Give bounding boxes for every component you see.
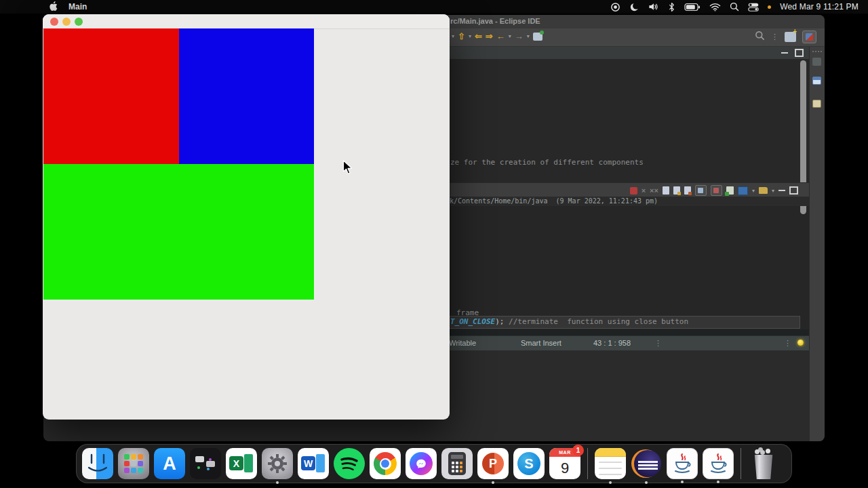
- forward-icon[interactable]: ⇒: [486, 31, 493, 41]
- package-explorer-minimized-icon[interactable]: [812, 77, 821, 85]
- last-edit-location-icon[interactable]: ⇧: [458, 31, 465, 41]
- dock: A X W: [76, 444, 792, 483]
- eclipse-stripes-icon: [638, 461, 658, 463]
- chrome-center-icon: [381, 460, 389, 468]
- record-indicator-icon[interactable]: [610, 2, 620, 12]
- control-center-icon[interactable]: [748, 3, 759, 12]
- dock-launchpad[interactable]: [118, 448, 149, 479]
- remove-launch-icon[interactable]: ×: [642, 187, 646, 195]
- console-dropdown-icon[interactable]: ▾: [752, 188, 755, 194]
- console-minimize-icon[interactable]: [778, 190, 785, 191]
- dock-java-app-1[interactable]: [667, 448, 698, 479]
- notification-lightbulb-icon[interactable]: [797, 340, 804, 346]
- dock-calculator[interactable]: [441, 448, 473, 479]
- code-close-line: T_ON_CLOSE); //terminate function using …: [450, 317, 688, 326]
- menu-clock[interactable]: Wed Mar 9 11:21 PM: [780, 2, 859, 12]
- mission-control-dots-icon: [197, 466, 200, 469]
- toolbar-overflow-icon[interactable]: ⋮: [771, 33, 778, 41]
- console-dropdown-icon[interactable]: ▾: [772, 188, 774, 194]
- dock-eclipse[interactable]: [631, 448, 662, 479]
- back-icon[interactable]: ⇐: [475, 31, 482, 41]
- chrome-color-ring-icon: [374, 452, 397, 475]
- next-annotation-icon[interactable]: →: [515, 31, 524, 41]
- close-button[interactable]: [50, 18, 58, 26]
- dock-powerpoint[interactable]: P: [477, 448, 509, 479]
- volume-icon[interactable]: [648, 2, 659, 12]
- bluetooth-icon[interactable]: [668, 2, 675, 12]
- eclipse-sphere-icon: [634, 450, 661, 477]
- java-window-titlebar[interactable]: [43, 14, 450, 29]
- calculator-body-icon: [448, 452, 466, 475]
- skype-s-glyph: S: [517, 452, 540, 475]
- outline-minimized-icon[interactable]: [812, 100, 821, 108]
- messenger-bolt-icon: [415, 458, 427, 470]
- active-app-menu[interactable]: Main: [68, 2, 87, 12]
- apple-menu-icon[interactable]: [49, 1, 58, 14]
- console-maximize-icon[interactable]: [789, 186, 798, 195]
- toolbar-dropdown-icon[interactable]: ▾: [527, 33, 530, 39]
- dock-messenger[interactable]: [406, 448, 437, 479]
- dock-java-app-2[interactable]: [703, 448, 734, 479]
- notes-header-icon: [595, 448, 626, 457]
- java-app-window: [43, 14, 450, 420]
- scroll-lock-icon[interactable]: [673, 186, 680, 195]
- status-overflow-icon[interactable]: ⋮: [784, 339, 791, 348]
- gear-icon: [267, 453, 288, 474]
- toolbar-dropdown-icon[interactable]: ▾: [509, 33, 511, 39]
- toolbar-dropdown-icon[interactable]: ▾: [469, 33, 471, 39]
- dock-system-preferences[interactable]: [262, 448, 293, 479]
- open-console-icon[interactable]: [759, 187, 768, 194]
- strip-drag-handle-icon[interactable]: [812, 51, 814, 52]
- restore-view-icon[interactable]: [812, 58, 821, 66]
- word-w-glyph: W: [301, 456, 315, 470]
- dock-excel[interactable]: X: [226, 448, 257, 479]
- terminate-icon[interactable]: [630, 187, 637, 195]
- dock-notes[interactable]: [595, 448, 626, 479]
- zoom-button[interactable]: [75, 18, 83, 26]
- status-overflow-icon[interactable]: ⋮: [654, 339, 662, 348]
- minimize-button[interactable]: [62, 18, 71, 26]
- green-panel: [43, 164, 314, 300]
- code-keyword: T_ON_CLOSE: [450, 317, 495, 326]
- new-task-icon[interactable]: [533, 33, 542, 41]
- dock-word[interactable]: W: [298, 448, 329, 479]
- clear-console-icon[interactable]: [663, 186, 669, 195]
- dock-calendar[interactable]: MAR 9 1: [549, 448, 580, 479]
- wifi-icon[interactable]: [709, 3, 721, 12]
- dock-separator: [741, 448, 741, 479]
- java-perspective-icon[interactable]: [802, 30, 816, 43]
- show-console-stdout-toggle-icon[interactable]: [695, 185, 707, 196]
- dock-app-store[interactable]: A: [154, 448, 185, 479]
- status-insert-mode: Smart Insert: [521, 339, 561, 347]
- dock-trash[interactable]: [748, 448, 779, 479]
- dock-chrome[interactable]: [370, 448, 401, 479]
- previous-annotation-icon[interactable]: ←: [496, 31, 505, 41]
- spotlight-search-icon[interactable]: [730, 2, 739, 12]
- java-coffee-cup-icon: [671, 452, 694, 475]
- open-perspective-icon[interactable]: [785, 32, 796, 42]
- blue-panel: [179, 28, 314, 164]
- remove-all-launches-icon[interactable]: ××: [650, 187, 658, 195]
- word-wrap-icon[interactable]: [684, 186, 691, 195]
- app-store-a-glyph: A: [163, 453, 176, 474]
- excel-sheet-icon: [244, 454, 253, 472]
- dock-separator: [587, 448, 588, 479]
- toolbar-dropdown-icon[interactable]: ▾: [452, 33, 454, 39]
- editor-minimize-icon[interactable]: [781, 52, 788, 54]
- dock-spotify[interactable]: [334, 448, 365, 479]
- editor-maximize-icon[interactable]: [795, 49, 804, 57]
- pin-console-icon[interactable]: [726, 186, 734, 195]
- show-console-stderr-toggle-icon[interactable]: [711, 185, 722, 196]
- launchpad-grid-icon: [124, 454, 130, 460]
- dock-skype[interactable]: S: [513, 448, 545, 479]
- dock-mission-control[interactable]: [190, 448, 221, 479]
- display-selected-console-icon[interactable]: [738, 186, 748, 195]
- battery-icon[interactable]: [684, 3, 701, 12]
- dock-finder[interactable]: [82, 448, 113, 479]
- spotify-waves-icon: [334, 448, 365, 479]
- do-not-disturb-moon-icon[interactable]: [629, 2, 639, 12]
- code-inline-comment: //terminate function using close button: [509, 317, 688, 326]
- calendar-badge: 1: [572, 445, 584, 456]
- java-coffee-cup-icon: [707, 452, 730, 475]
- toolbar-search-icon[interactable]: [755, 30, 765, 43]
